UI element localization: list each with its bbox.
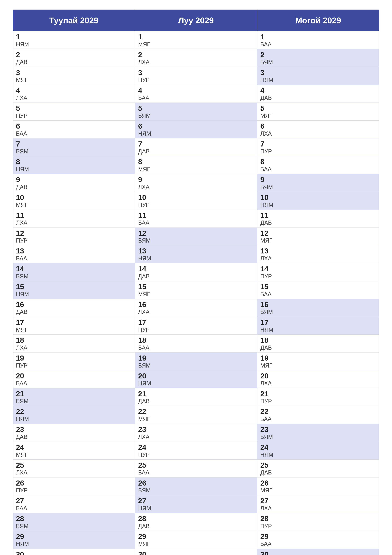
day-number: 4	[16, 86, 132, 95]
day-cell: 5ПУР	[13, 103, 135, 121]
day-number: 28	[138, 515, 254, 523]
day-cell: 1БАА	[257, 31, 379, 49]
day-number: 26	[138, 479, 254, 487]
day-cell: 28БЯМ	[13, 513, 135, 531]
day-cell: 17ПУР	[135, 317, 257, 335]
day-name: БАА	[260, 166, 376, 173]
day-name: ПУР	[260, 523, 376, 530]
day-name: БЯМ	[16, 523, 132, 530]
day-number: 1	[16, 33, 132, 41]
day-number: 29	[260, 533, 376, 540]
day-number: 12	[16, 229, 132, 237]
day-number: 18	[138, 336, 254, 344]
day-number: 27	[16, 497, 132, 505]
day-number: 14	[16, 265, 132, 273]
day-number: 16	[16, 301, 132, 309]
day-number: 8	[138, 158, 254, 166]
day-number: 16	[260, 301, 376, 309]
day-name: ДАВ	[138, 148, 254, 155]
day-name: МЯГ	[138, 166, 254, 173]
month-header-3: Могой 2029	[257, 10, 379, 31]
day-name: ЛХА	[138, 184, 254, 190]
day-name: ДАВ	[138, 273, 254, 280]
day-name: БЯМ	[260, 184, 376, 190]
day-cell: 19ПУР	[13, 352, 135, 370]
day-cell: 13НЯМ	[135, 245, 257, 263]
day-cell: 26БЯМ	[135, 477, 257, 495]
day-name: ДАВ	[16, 59, 132, 66]
day-number: 3	[16, 69, 132, 77]
day-cell: 7ПУР	[257, 138, 379, 156]
day-cell: 30ЛХА	[135, 549, 257, 555]
day-number: 9	[16, 175, 132, 184]
day-cell: 13ЛХА	[257, 245, 379, 263]
day-cell: 26МЯГ	[257, 477, 379, 495]
day-name: БЯМ	[16, 148, 132, 155]
day-name: ДАВ	[260, 219, 376, 226]
day-cell: 12БЯМ	[135, 227, 257, 245]
day-number: 20	[260, 372, 376, 380]
day-cell: 24МЯГ	[13, 442, 135, 460]
day-number: 8	[260, 158, 376, 166]
day-number: 17	[138, 319, 254, 327]
day-name: ЛХА	[260, 255, 376, 262]
day-name: ДАВ	[138, 523, 254, 530]
day-number: 6	[260, 122, 376, 130]
day-number: 5	[260, 104, 376, 112]
day-name: БЯМ	[138, 237, 254, 244]
day-cell: 23ДАВ	[13, 424, 135, 442]
day-name: МЯГ	[260, 362, 376, 369]
day-number: 6	[138, 122, 254, 130]
day-number: 10	[138, 193, 254, 202]
day-number: 24	[260, 443, 376, 451]
day-name: ЛХА	[16, 469, 132, 476]
day-number: 5	[138, 104, 254, 112]
day-number: 22	[138, 408, 254, 416]
day-cell: 15БАА	[257, 281, 379, 299]
day-cell: 4ДАВ	[257, 85, 379, 103]
day-cell: 23БЯМ	[257, 424, 379, 442]
day-cell: 12ПУР	[13, 227, 135, 245]
day-name: БАА	[138, 344, 254, 351]
day-name: ЛХА	[16, 344, 132, 351]
day-cell: 14ДАВ	[135, 263, 257, 281]
day-name: МЯГ	[260, 487, 376, 494]
day-cell: 3ПУР	[135, 67, 257, 85]
day-cell: 14БЯМ	[13, 263, 135, 281]
day-cell: 3МЯГ	[13, 67, 135, 85]
day-number: 18	[16, 336, 132, 344]
day-name: НЯМ	[16, 41, 132, 48]
day-name: МЯГ	[16, 77, 132, 83]
day-cell: 11ДАВ	[257, 210, 379, 227]
day-number: 23	[16, 425, 132, 433]
day-cell: 29МЯГ	[135, 531, 257, 549]
day-name: ДАВ	[138, 398, 254, 405]
day-cell: 16ДАВ	[13, 299, 135, 317]
day-name: БАА	[16, 505, 132, 512]
day-cell: 7БЯМ	[13, 138, 135, 156]
day-name: МЯГ	[16, 451, 132, 458]
day-name: ПУР	[138, 77, 254, 83]
day-name: ЛХА	[138, 433, 254, 440]
day-cell: 15НЯМ	[13, 281, 135, 299]
day-cell: 4ЛХА	[13, 85, 135, 103]
day-number: 21	[138, 390, 254, 398]
day-cell: 28ПУР	[257, 513, 379, 531]
day-cell: 3НЯМ	[257, 67, 379, 85]
day-cell: 30ДАВ	[13, 549, 135, 555]
day-number: 22	[260, 408, 376, 416]
day-name: НЯМ	[138, 255, 254, 262]
day-name: БАА	[138, 95, 254, 101]
day-cell: 17МЯГ	[13, 317, 135, 335]
day-cell: 14ПУР	[257, 263, 379, 281]
day-name: БАА	[138, 219, 254, 226]
day-cell: 15МЯГ	[135, 281, 257, 299]
day-number: 29	[138, 533, 254, 540]
day-name: НЯМ	[260, 77, 376, 83]
day-cell: 27ЛХА	[257, 495, 379, 513]
day-name: БАА	[16, 130, 132, 137]
day-cell: 2БЯМ	[257, 49, 379, 67]
day-number: 24	[16, 443, 132, 451]
day-name: НЯМ	[138, 130, 254, 137]
day-number: 30	[260, 550, 376, 555]
